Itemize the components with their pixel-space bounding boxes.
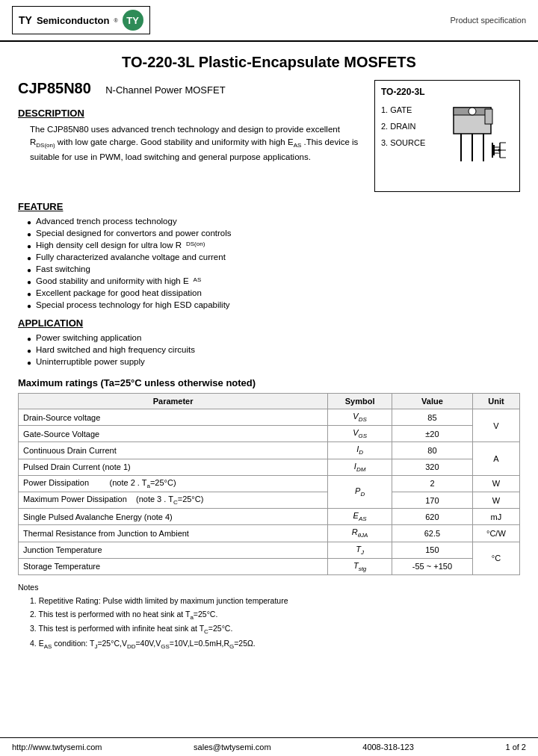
param-tj: Junction Temperature — [19, 542, 328, 558]
description-title: DESCRIPTION — [18, 108, 362, 119]
logo-ty-text: TY — [19, 14, 32, 26]
part-left: CJP85N80 N-Channel Power MOSFET DESCRIPT… — [18, 80, 362, 170]
to220-diagram-svg: D S — [431, 102, 506, 184]
col-symbol: Symbol — [328, 394, 392, 409]
unit-tj: °C — [472, 542, 519, 574]
feature-list: Advanced trench process technology Speci… — [27, 217, 520, 310]
app-item-2: Hard switched and high frequency circuit… — [27, 345, 520, 355]
value-vds: 85 — [392, 409, 473, 426]
param-tstg: Storage Temperature — [19, 558, 328, 574]
ratings-table: Parameter Symbol Value Unit Drain-Source… — [18, 393, 520, 575]
note-1: 1. Repetitive Rating: Pulse width limite… — [30, 595, 520, 608]
main-content: CJP85N80 N-Channel Power MOSFET DESCRIPT… — [0, 80, 538, 652]
logo-brand-text: Semiconducton — [37, 15, 110, 26]
value-pd2: 170 — [392, 492, 473, 508]
unit-rthja: °C/W — [472, 525, 519, 542]
unit-pd2: W — [472, 492, 519, 508]
table-row: Storage Temperature Tstg -55 ~ +150 — [19, 558, 520, 574]
part-type: N-Channel Power MOSFET — [105, 84, 225, 96]
part-number: CJP85N80 — [18, 80, 91, 97]
note-2: 2. This test is performed with no heat s… — [30, 608, 520, 623]
value-vgs: ±20 — [392, 426, 473, 442]
table-row: Pulsed Drain Current (note 1) IDM 320 — [19, 459, 520, 475]
unit-id: A — [472, 442, 519, 475]
feature-item-2: Special designed for convertors and powe… — [27, 229, 520, 238]
footer-email: sales@twtysemi.com — [194, 743, 270, 752]
page-title: TO-220-3L Plastic-Encapsulate MOSFETS — [0, 54, 538, 71]
table-row: Continuous Drain Current ID 80 A — [19, 442, 520, 459]
value-id: 80 — [392, 442, 473, 459]
app-item-1: Power switching application — [27, 333, 520, 343]
svg-rect-6 — [485, 109, 492, 124]
value-idm: 320 — [392, 459, 473, 475]
symbol-vds: VDS — [328, 409, 392, 426]
application-title: APPLICATION — [18, 317, 520, 329]
col-value: Value — [392, 394, 473, 409]
param-eas: Single Pulsed Avalanche Energy (note 4) — [19, 509, 328, 525]
logo-circle: TY — [123, 10, 143, 31]
table-row: Junction Temperature TJ 150 °C — [19, 542, 520, 558]
product-spec-label: Product specification — [451, 16, 527, 25]
diagram-labels: 1. GATE 2. DRAIN 3. SOURCE — [381, 102, 425, 184]
feature-item-1: Advanced trench process technology — [27, 217, 520, 226]
symbol-id: ID — [328, 442, 392, 459]
value-tj: 150 — [392, 542, 473, 558]
description-text: The CJP85N80 uses advanced trench techno… — [30, 123, 362, 164]
footer: http://www.twtysemi.com sales@twtysemi.c… — [0, 737, 538, 756]
param-pd2: Maximum Power Dissipation (note 3 . TC=2… — [19, 492, 328, 508]
unit-vds: V — [472, 409, 519, 442]
part-header: CJP85N80 N-Channel Power MOSFET DESCRIPT… — [18, 80, 520, 192]
app-item-3: Uninterruptible power supply — [27, 357, 520, 367]
col-parameter: Parameter — [19, 394, 328, 409]
value-rthja: 62.5 — [392, 525, 473, 542]
notes-section: Notes 1. Repetitive Rating: Pulse width … — [18, 581, 520, 652]
header: TY Semiconducton® TY Product specificati… — [0, 0, 538, 42]
unit-pd1: W — [472, 475, 519, 492]
note-4: 4. EAS condition: TJ=25°C,VDD=40V,VGS=10… — [30, 637, 520, 652]
unit-eas: mJ — [472, 509, 519, 525]
table-row: Power Dissipation (note 2 . Ta=25°C) PD … — [19, 475, 520, 492]
feature-item-7: Excellent package for good heat dissipat… — [27, 288, 520, 298]
feature-item-3: High density cell design for ultra low R… — [27, 241, 520, 250]
value-tstg: -55 ~ +150 — [392, 558, 473, 574]
symbol-idm: IDM — [328, 459, 392, 475]
symbol-rthja: RθJA — [328, 525, 392, 542]
param-pd1: Power Dissipation (note 2 . Ta=25°C) — [19, 475, 328, 492]
value-eas: 620 — [392, 509, 473, 525]
pin1-label: 1. GATE — [381, 102, 425, 118]
feature-item-8: Special process technology for high ESD … — [27, 300, 520, 310]
feature-item-6: Good stability and uniformity with high … — [27, 276, 520, 286]
diagram-title: TO-220-3L — [381, 87, 513, 97]
feature-title: FEATURE — [18, 201, 520, 212]
diagram-content: 1. GATE 2. DRAIN 3. SOURCE — [381, 102, 513, 184]
table-row: Thermal Resistance from Junction to Ambi… — [19, 525, 520, 542]
value-pd1: 2 — [392, 475, 473, 492]
param-vgs: Gate-Source Voltage — [19, 426, 328, 442]
application-list: Power switching application Hard switche… — [27, 333, 520, 367]
footer-phone: 4008-318-123 — [362, 743, 414, 752]
param-idm: Pulsed Drain Current (note 1) — [19, 459, 328, 475]
col-unit: Unit — [472, 394, 519, 409]
max-ratings-title: Maximum ratings (Ta=25°C unless otherwis… — [18, 377, 520, 388]
symbol-tj: TJ — [328, 542, 392, 558]
table-row: Gate-Source Voltage VGS ±20 — [19, 426, 520, 442]
param-vds: Drain-Source voltage — [19, 409, 328, 426]
symbol-vgs: VGS — [328, 426, 392, 442]
diagram-box: TO-220-3L 1. GATE 2. DRAIN 3. SOURCE — [374, 80, 520, 192]
pin2-label: 2. DRAIN — [381, 118, 425, 134]
table-row: Maximum Power Dissipation (note 3 . TC=2… — [19, 492, 520, 508]
symbol-pd: PD — [328, 475, 392, 508]
feature-item-4: Fully characterized avalanche voltage an… — [27, 252, 520, 262]
symbol-tstg: Tstg — [328, 558, 392, 574]
footer-website: http://www.twtysemi.com — [12, 743, 102, 752]
param-id: Continuous Drain Current — [19, 442, 328, 459]
table-row: Single Pulsed Avalanche Energy (note 4) … — [19, 509, 520, 525]
feature-item-5: Fast switching — [27, 264, 520, 274]
param-rthja: Thermal Resistance from Junction to Ambi… — [19, 525, 328, 542]
svg-point-2 — [469, 108, 476, 115]
logo-box: TY Semiconducton® TY — [12, 6, 150, 34]
note-3: 3. This test is performed with infinite … — [30, 622, 520, 637]
footer-page: 1 of 2 — [505, 743, 526, 752]
registered-mark: ® — [114, 18, 117, 23]
pin3-label: 3. SOURCE — [381, 134, 425, 151]
